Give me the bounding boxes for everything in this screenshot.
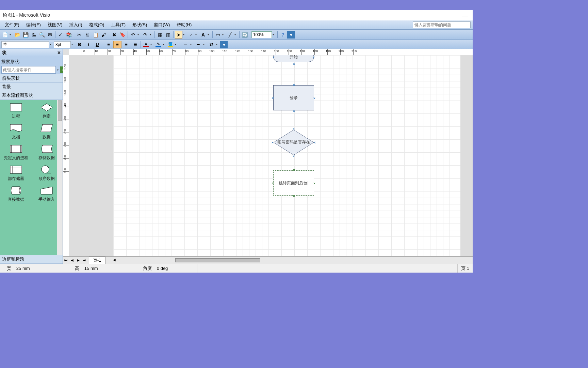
svg-marker-1 xyxy=(41,104,52,111)
save-icon[interactable]: 💾 xyxy=(22,31,29,39)
search-shapes-input[interactable] xyxy=(1,66,56,74)
print-icon[interactable]: 🖶 xyxy=(30,31,37,39)
menu-help[interactable]: 帮助(H) xyxy=(174,21,194,29)
menu-window[interactable]: 窗口(W) xyxy=(151,21,173,29)
help-search-input[interactable] xyxy=(413,21,471,28)
line-weight-icon[interactable]: ═ xyxy=(181,41,190,48)
paste-icon[interactable]: 📋 xyxy=(92,31,99,39)
text-tool-icon[interactable]: A xyxy=(199,31,207,39)
align-right-icon[interactable]: ≡ xyxy=(122,41,130,48)
line-color-button[interactable]: ✎ xyxy=(154,42,162,48)
drawing-page[interactable]: 开始 × × × 登录 × × × × xyxy=(113,55,460,256)
shapes-panel-title: 状 xyxy=(2,50,6,56)
shape-process-editing[interactable]: 跳转页面到后台| × × × × xyxy=(273,170,314,196)
connector-tool-icon[interactable]: ⟋ xyxy=(187,31,195,39)
formatting-toolbar: 本▾ 8pt▾ B I U ≡ ≡ ≡ ≣ A▾ ✎▾ 🪣▾ ═▾ ┅▾ ⇄▾ … xyxy=(0,40,473,49)
font-size-combo[interactable]: 8pt xyxy=(54,41,71,48)
email-icon[interactable]: ✉ xyxy=(46,31,54,39)
svg-rect-6 xyxy=(10,166,22,173)
window-controls: — xyxy=(460,12,470,19)
app-window: 绘图1 - Microsoft Visio — 文件(F) 编辑(E) 视图(V… xyxy=(0,10,473,273)
new-icon[interactable]: 📄 xyxy=(1,31,9,39)
align-justify-icon[interactable]: ≣ xyxy=(131,41,139,48)
pointer-tool-icon[interactable]: ➤ xyxy=(175,31,182,39)
rectangle-tool-icon[interactable]: ▭ xyxy=(214,31,222,39)
align-left-icon[interactable]: ≡ xyxy=(104,41,113,48)
open-icon[interactable]: 📂 xyxy=(14,31,21,39)
category-basic-flowchart[interactable]: 基本流程图形状 xyxy=(0,91,63,100)
layers-icon[interactable]: ▥ xyxy=(164,31,172,39)
shape-stencil-predefined[interactable]: 先定义的进程 xyxy=(1,144,31,161)
page-tab-1[interactable]: 页-1 xyxy=(89,257,105,264)
font-combo[interactable]: 本 xyxy=(1,41,49,48)
first-page-button[interactable]: ⏮ xyxy=(63,258,69,262)
last-page-button[interactable]: ⏭ xyxy=(81,258,87,262)
help-icon[interactable]: ? xyxy=(279,31,287,39)
svg-rect-3 xyxy=(10,145,22,153)
shape-stencil-document[interactable]: 文档 xyxy=(1,123,31,140)
menu-format[interactable]: 格式(O) xyxy=(86,21,107,29)
underline-button[interactable]: U xyxy=(93,41,101,48)
font-color-button[interactable]: A xyxy=(142,42,150,48)
svg-rect-0 xyxy=(10,104,22,111)
stamp-icon[interactable]: 🔖 xyxy=(119,31,126,39)
minimize-button[interactable]: — xyxy=(460,12,470,19)
italic-button[interactable]: I xyxy=(84,41,93,48)
page-tabs-bar: ⏮ ◀ ▶ ⏭ 页-1 ◀ xyxy=(63,256,473,264)
shape-terminator-start[interactable]: 开始 × × × xyxy=(273,55,314,62)
redo-icon[interactable]: ↷ xyxy=(142,31,149,39)
shape-decision-check[interactable]: 账号密码是否存在 × × × × xyxy=(273,129,314,155)
menu-view[interactable]: 视图(V) xyxy=(45,21,65,29)
line-ends-icon[interactable]: ⇄ xyxy=(207,41,215,48)
toolbar-overflow-icon[interactable]: ▾ xyxy=(287,31,295,39)
horizontal-ruler: 0102030405060708090100110120130140150160… xyxy=(69,49,473,55)
svg-marker-11 xyxy=(41,187,52,194)
shapes-scrollbar[interactable] xyxy=(57,100,63,255)
main-area: 状 × 搜索形状: ▾ → 箭头形状 背景 基本流程图形状 进程 判定 xyxy=(0,49,473,264)
drawing-canvas[interactable]: 开始 × × × 登录 × × × × xyxy=(69,55,473,256)
menu-insert[interactable]: 插入(I) xyxy=(66,21,85,29)
spelling-icon[interactable]: ✓ xyxy=(57,31,64,39)
menubar: 文件(F) 编辑(E) 视图(V) 插入(I) 格式(O) 工具(T) 形状(S… xyxy=(0,20,473,29)
category-borders-titles[interactable]: 边框和标题 xyxy=(0,255,63,264)
line-pattern-icon[interactable]: ┅ xyxy=(194,41,202,48)
research-icon[interactable]: 📚 xyxy=(65,31,72,39)
shapes-panel: 状 × 搜索形状: ▾ → 箭头形状 背景 基本流程图形状 进程 判定 xyxy=(0,49,63,264)
horizontal-scrollbar[interactable]: ◀ xyxy=(112,258,473,263)
shapes-window-icon[interactable]: ▦ xyxy=(156,31,164,39)
search-history-dropdown[interactable]: ▾ xyxy=(57,68,59,72)
menu-shape[interactable]: 形状(S) xyxy=(130,21,150,29)
status-spacer xyxy=(197,264,458,273)
line-tool-icon[interactable]: ╱ xyxy=(226,31,234,39)
shape-stencil-internal-storage[interactable]: 部存储器 xyxy=(1,165,31,182)
titlebar: 绘图1 - Microsoft Visio — xyxy=(0,10,473,20)
cut-icon[interactable]: ✂ xyxy=(76,31,83,39)
prev-page-button[interactable]: ◀ xyxy=(69,258,75,262)
menu-tools[interactable]: 工具(T) xyxy=(108,21,128,29)
shape-stencil-process[interactable]: 进程 xyxy=(1,103,31,119)
category-backgrounds[interactable]: 背景 xyxy=(0,83,63,91)
rotate-icon[interactable]: 🔄 xyxy=(241,31,248,39)
undo-icon[interactable]: ↶ xyxy=(129,31,137,39)
menu-edit[interactable]: 编辑(E) xyxy=(23,21,44,29)
format-overflow-icon[interactable]: ▾ xyxy=(220,41,228,48)
format-painter-icon[interactable]: 🖌 xyxy=(100,31,108,39)
next-page-button[interactable]: ▶ xyxy=(75,258,81,262)
print-preview-icon[interactable]: 🔍 xyxy=(38,31,46,39)
align-center-icon[interactable]: ≡ xyxy=(113,41,121,48)
status-width: 宽 = 25 mm xyxy=(0,264,68,273)
shape-process-login[interactable]: 登录 × × × × xyxy=(273,85,314,110)
status-page: 页 1 xyxy=(458,265,473,272)
bold-button[interactable]: B xyxy=(76,41,84,48)
copy-icon[interactable]: ⎘ xyxy=(84,31,91,39)
fill-color-button[interactable]: 🪣 xyxy=(167,42,174,48)
standard-toolbar: 📄▾ 📂 💾 🖶 🔍 ✉ ✓ 📚 ✂ ⎘ 📋 🖌 ✖ 🔖 ↶▾ ↷▾ ▦ ▥ ➤… xyxy=(0,29,473,40)
category-arrows[interactable]: 箭头形状 xyxy=(0,74,63,83)
menu-file[interactable]: 文件(F) xyxy=(2,21,22,29)
svg-marker-2 xyxy=(41,124,52,132)
delete-icon[interactable]: ✖ xyxy=(111,31,118,39)
svg-point-9 xyxy=(42,166,49,173)
zoom-combo[interactable]: 100% xyxy=(251,31,272,38)
shape-stencil-direct-data[interactable]: 直接数据 xyxy=(1,186,31,202)
close-icon[interactable]: × xyxy=(58,50,61,56)
